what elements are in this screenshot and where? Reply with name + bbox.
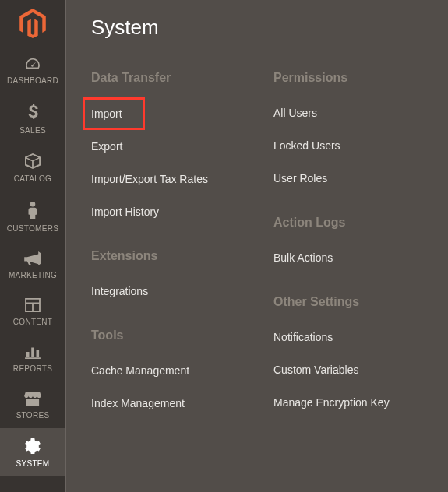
- menu-link-import-export-tax-rates[interactable]: Import/Export Tax Rates: [91, 173, 266, 185]
- menu-link-import-history[interactable]: Import History: [91, 206, 266, 218]
- magento-logo-icon: [19, 9, 46, 38]
- highlight-box: Import: [83, 97, 145, 130]
- section-heading-permissions: Permissions: [273, 71, 448, 85]
- sidebar-item-catalog[interactable]: CATALOG: [0, 143, 65, 192]
- menu-link-import[interactable]: Import: [91, 107, 122, 120]
- menu-link-notifications[interactable]: Notifications: [273, 331, 448, 343]
- sidebar-item-label: CONTENT: [13, 318, 52, 326]
- system-panel: System Data Transfer Import Export Impor…: [65, 0, 448, 492]
- panel-title: System: [91, 16, 448, 40]
- megaphone-icon: [24, 251, 41, 267]
- storefront-icon: [24, 392, 41, 407]
- menu-link-cache-management[interactable]: Cache Management: [91, 364, 266, 377]
- section-heading-other-settings: Other Settings: [273, 295, 448, 309]
- sidebar-item-label: REPORTS: [13, 364, 52, 373]
- sidebar-item-label: MARKETING: [9, 271, 57, 279]
- sidebar-item-label: DASHBOARD: [7, 76, 58, 85]
- box-icon: [24, 153, 41, 170]
- layout-icon: [25, 298, 41, 314]
- section-heading-tools: Tools: [91, 329, 266, 343]
- menu-link-bulk-actions[interactable]: Bulk Actions: [273, 251, 448, 264]
- menu-link-locked-users[interactable]: Locked Users: [273, 139, 448, 152]
- sidebar-item-dashboard[interactable]: DASHBOARD: [0, 47, 65, 93]
- sidebar-item-label: CATALOG: [14, 174, 51, 183]
- bar-chart-icon: [25, 345, 41, 360]
- sidebar-item-marketing[interactable]: MARKETING: [0, 241, 65, 288]
- sidebar-item-content[interactable]: CONTENT: [0, 288, 65, 335]
- menu-link-export[interactable]: Export: [91, 140, 266, 153]
- dollar-icon: [27, 104, 38, 122]
- sidebar-item-label: STORES: [16, 411, 50, 420]
- section-heading-action-logs: Action Logs: [273, 216, 448, 230]
- sidebar-item-label: SYSTEM: [16, 459, 50, 468]
- sidebar-item-sales[interactable]: SALES: [0, 93, 65, 143]
- menu-link-all-users[interactable]: All Users: [273, 107, 448, 119]
- person-icon: [27, 202, 38, 220]
- sidebar-item-reports[interactable]: REPORTS: [0, 335, 65, 381]
- panel-column-left: Data Transfer Import Export Import/Expor…: [91, 71, 266, 430]
- gear-icon: [25, 438, 41, 455]
- logo[interactable]: [0, 0, 65, 47]
- menu-link-user-roles[interactable]: User Roles: [273, 172, 448, 184]
- gauge-icon: [24, 57, 41, 72]
- admin-sidebar: DASHBOARD SALES CATALOG CUSTOMERS MARKET: [0, 0, 65, 492]
- sidebar-item-label: SALES: [19, 126, 46, 135]
- panel-column-right: Permissions All Users Locked Users User …: [273, 71, 448, 430]
- menu-link-custom-variables[interactable]: Custom Variables: [273, 364, 448, 376]
- menu-link-integrations[interactable]: Integrations: [91, 285, 266, 297]
- menu-link-manage-encryption-key[interactable]: Manage Encryption Key: [273, 396, 448, 409]
- menu-link-index-management[interactable]: Index Management: [91, 397, 266, 409]
- sidebar-item-customers[interactable]: CUSTOMERS: [0, 192, 65, 241]
- sidebar-item-system[interactable]: SYSTEM: [0, 428, 65, 476]
- sidebar-item-stores[interactable]: STORES: [0, 381, 65, 428]
- sidebar-item-label: CUSTOMERS: [7, 224, 58, 233]
- section-heading-extensions: Extensions: [91, 249, 266, 263]
- section-heading-data-transfer: Data Transfer: [91, 71, 266, 85]
